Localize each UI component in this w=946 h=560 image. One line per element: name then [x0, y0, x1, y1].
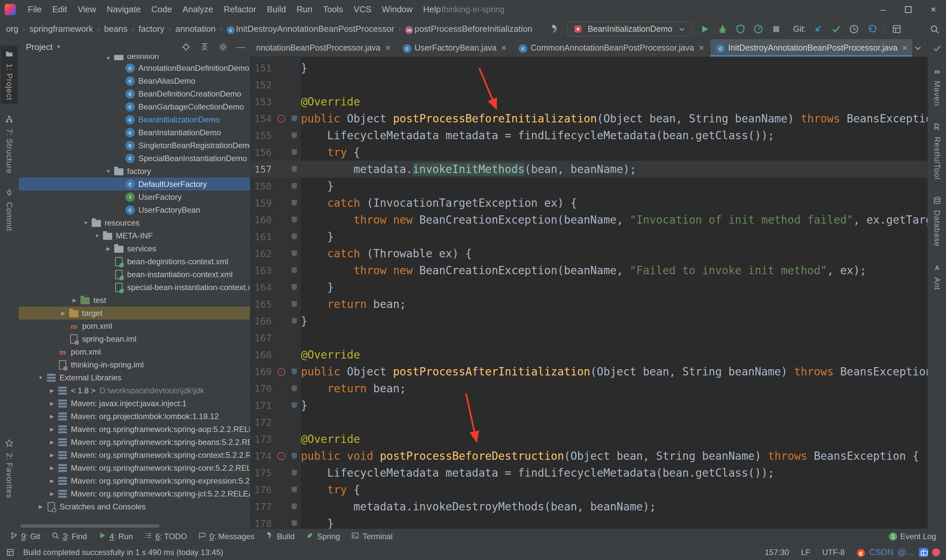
tree-item-meta-inf[interactable]: ▼META-INF	[18, 229, 250, 242]
tree-horizontal-scrollbar[interactable]	[18, 523, 250, 529]
menu-analyze[interactable]: Analyze	[177, 2, 219, 17]
caret-position[interactable]: 157:30	[765, 548, 789, 557]
code-line-169[interactable]: 169↑public Object postProcessAfterInitia…	[250, 363, 928, 380]
menu-refactor[interactable]: Refactor	[219, 2, 262, 17]
hide-panel-button[interactable]: —	[236, 42, 245, 52]
tree-item-resources[interactable]: ▼resources	[18, 216, 250, 229]
tree-expand-arrow[interactable]: ▶	[46, 439, 58, 445]
code-line-174[interactable]: 174↑public void postProcessBeforeDestruc…	[250, 448, 928, 465]
toolwindow-toggle-icon[interactable]	[6, 548, 15, 557]
tree-item-thinking-in-spring-iml[interactable]: thinking-in-spring.iml	[18, 358, 250, 371]
override-marker-icon[interactable]: ↑	[277, 115, 285, 123]
breadcrumb-item[interactable]: annotation	[176, 24, 216, 34]
project-panel-title[interactable]: Project	[26, 42, 52, 52]
layout-button[interactable]	[891, 23, 902, 35]
tab-initdestroyannotationbeanpostprocessor-java[interactable]: cInitDestroyAnnotationBeanPostProcessor.…	[710, 39, 914, 57]
scrollbar-thumb[interactable]	[20, 524, 160, 528]
code-line-154[interactable]: 154↑public Object postProcessBeforeIniti…	[250, 110, 928, 127]
close-button[interactable]: ×	[921, 0, 946, 19]
tree-expand-arrow[interactable]: ▶	[46, 388, 58, 394]
tree-item-singletonbeanregistrationdemo[interactable]: cSingletonBeanRegistrationDemo	[18, 139, 250, 152]
stripe-item-database[interactable]: Database	[929, 192, 946, 251]
tree-item-test[interactable]: ▶test	[18, 294, 250, 307]
close-tab-icon[interactable]: ×	[902, 43, 907, 53]
close-tab-icon[interactable]: ×	[699, 43, 704, 53]
menu-build[interactable]: Build	[262, 2, 291, 17]
tree-expand-arrow[interactable]: ▶	[46, 414, 58, 419]
tree-item-userfactorybean[interactable]: cUserFactoryBean	[18, 203, 250, 216]
code-line-153[interactable]: 153@Override	[250, 93, 928, 110]
run-button[interactable]	[699, 23, 710, 35]
tree-expand-arrow[interactable]: ▶	[46, 452, 58, 458]
code-line-162[interactable]: 162catch (Throwable ex) {	[250, 245, 928, 262]
code-line-152[interactable]: 152	[250, 76, 928, 93]
tree-item-bean-deginitions-context-xml[interactable]: bean-deginitions-context.xml	[18, 255, 250, 268]
code-line-177[interactable]: 177metadata.invokeDestroyMethods(bean, b…	[250, 498, 928, 515]
menu-view[interactable]: View	[72, 2, 102, 17]
tree-expand-arrow[interactable]: ▶	[69, 297, 80, 303]
tree-expand-arrow[interactable]: ▼	[35, 375, 46, 380]
line-separator[interactable]: LF	[801, 548, 810, 557]
tree-item-defaultuserfactory[interactable]: cDefaultUserFactory	[18, 178, 250, 191]
code-line-171[interactable]: 171}	[250, 397, 928, 414]
code-line-176[interactable]: 176try {	[250, 481, 928, 498]
tab-commonannotationbeanpostprocessor-java[interactable]: cCommonAnnotationBeanPostProcessor.java×	[513, 39, 710, 57]
tree-item-pom-xml[interactable]: mpom.xml	[18, 345, 250, 358]
coverage-button[interactable]	[735, 23, 746, 35]
tree-item-pom-xml[interactable]: mpom.xml	[18, 320, 250, 332]
code-line-160[interactable]: 160throw new BeanCreationException(beanN…	[250, 211, 928, 228]
tree-item-beangarbagecollectiondemo[interactable]: cBeanGarbageCollectionDemo	[18, 100, 250, 113]
toolwindow-button-todo[interactable]: 6: TODO	[140, 530, 192, 543]
breadcrumb-item[interactable]: springframework	[29, 24, 93, 34]
collapse-all-button[interactable]	[199, 42, 210, 52]
tree-item-maven-org-springframework-spring-context-5-2-2-release[interactable]: ▶Maven: org.springframework:spring-conte…	[18, 449, 250, 462]
stripe-item-commit[interactable]: Commit	[1, 184, 18, 235]
tree-item-external-libraries[interactable]: ▼External Libraries	[18, 371, 250, 384]
stripe-item-restfultool[interactable]: RestfulTool	[929, 119, 946, 183]
code-editor[interactable]: 151}152153@Override154↑public Object pos…	[250, 57, 928, 529]
run-config-select[interactable]: BeanInitializationDemo	[567, 22, 692, 36]
tree-item-beaninstantiationdemo[interactable]: cBeanInstantiationDemo	[18, 126, 250, 139]
code-line-164[interactable]: 164}	[250, 279, 928, 296]
tree-item-specialbeaninstantiationdemo[interactable]: cSpecialBeanInstantiationDemo	[18, 152, 250, 165]
override-marker-icon[interactable]: ↑	[277, 368, 285, 376]
menu-help[interactable]: Help	[418, 2, 446, 17]
tree-item-special-bean-instantiation-context-xml[interactable]: special-bean-instantiation-context.xml	[18, 281, 250, 294]
search-everywhere-icon[interactable]	[929, 23, 940, 35]
code-line-168[interactable]: 168@Override	[250, 346, 928, 363]
code-line-157[interactable]: 157metadata.invokeInitMethods(bean, bean…	[250, 161, 928, 178]
code-line-159[interactable]: 159catch (InvocationTargetException ex) …	[250, 194, 928, 211]
menu-file[interactable]: File	[23, 2, 47, 17]
tree-item-target[interactable]: ▶target	[18, 307, 250, 320]
tree-item-maven-org-springframework-spring-beans-5-2-2-release[interactable]: ▶Maven: org.springframework:spring-beans…	[18, 435, 250, 449]
menu-window[interactable]: Window	[377, 2, 418, 17]
tab-userfactorybean-java[interactable]: cUserFactoryBean.java×	[397, 39, 513, 57]
settings-gear-button[interactable]	[217, 42, 229, 52]
code-line-170[interactable]: 170return bean;	[250, 380, 928, 397]
override-marker-icon[interactable]: ↑	[277, 452, 285, 460]
breadcrumb-class[interactable]: cInitDestroyAnnotationBeanPostProcessor	[227, 24, 394, 34]
tree-item-spring-bean-iml[interactable]: spring-bean.iml	[18, 332, 250, 345]
close-tab-icon[interactable]: ×	[501, 43, 507, 53]
file-encoding[interactable]: UTF-8	[822, 548, 845, 557]
menu-tools[interactable]: Tools	[318, 2, 348, 17]
breadcrumb-item[interactable]: factory	[139, 24, 165, 34]
menu-code[interactable]: Code	[146, 2, 177, 17]
tree-item-maven-org-projectlombok-lombok-1-18-12[interactable]: ▶Maven: org.projectlombok:lombok:1.18.12	[18, 410, 250, 423]
tree-expand-arrow[interactable]: ▶	[46, 426, 58, 432]
toolwindow-button-spring[interactable]: Spring	[301, 530, 345, 543]
toolwindow-button-find[interactable]: 3: Find	[47, 530, 91, 543]
locate-file-button[interactable]	[180, 42, 192, 52]
menu-run[interactable]: Run	[291, 2, 318, 17]
debug-button[interactable]	[717, 23, 728, 35]
tree-expand-arrow[interactable]: ▶	[46, 491, 58, 497]
tree-item-beaninitializationdemo[interactable]: cBeanInitializationDemo	[18, 113, 250, 126]
code-line-158[interactable]: 158}	[250, 178, 928, 194]
tab-nnotationbeanpostprocessor-java[interactable]: nnotationBeanPostProcessor.java×	[250, 39, 397, 57]
tree-item-bean-instantiation-context-xml[interactable]: bean-instantiation-context.xml	[18, 268, 250, 281]
code-line-167[interactable]: 167	[250, 329, 928, 346]
tree-expand-arrow[interactable]: ▼	[80, 220, 91, 226]
event-log-button[interactable]: 1Event Log	[884, 531, 941, 543]
maximize-button[interactable]	[896, 0, 921, 19]
history-button[interactable]	[848, 23, 860, 35]
